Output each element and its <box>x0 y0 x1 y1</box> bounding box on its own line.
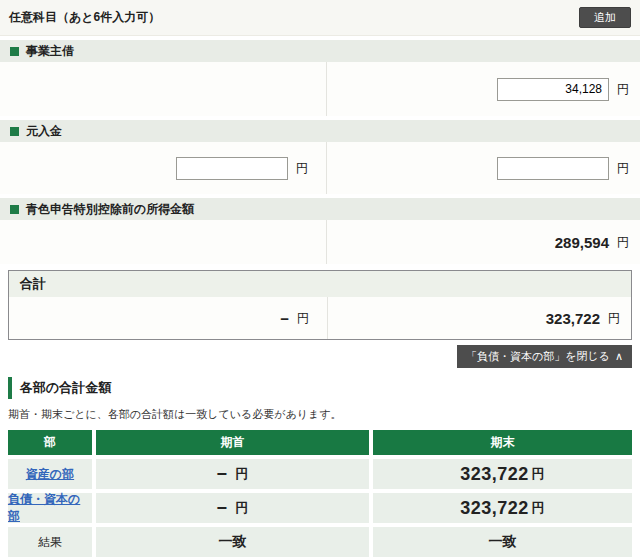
section-header: 青色申告特別控除前の所得金額 <box>0 198 640 220</box>
liabilities-beginning-cell: − 円 <box>96 493 369 523</box>
summary-description: 期首・期末ごとに、各部の合計額は一致している必要があります。 <box>8 407 632 422</box>
section-proprietor-loan: 事業主借 円 <box>0 40 640 116</box>
yen-unit-label: 円 <box>236 499 249 517</box>
close-liabilities-section-button[interactable]: 「負債・資本の部」を閉じる ∧ <box>457 345 632 368</box>
liabilities-ending-cell: 323,722 円 <box>373 493 632 523</box>
ending-cell: 円 <box>327 142 640 194</box>
total-beginning-cell: − 円 <box>9 297 328 339</box>
yen-unit-label: 円 <box>532 499 545 517</box>
column-header-beginning: 期首 <box>96 430 369 455</box>
ending-cell: 円 <box>327 62 640 116</box>
result-row-label: 結果 <box>38 534 62 551</box>
section-bullet-icon <box>10 205 19 214</box>
liabilities-ending-value: 323,722 <box>460 498 529 519</box>
result-beginning-status: 一致 <box>219 533 247 551</box>
yen-unit-label: 円 <box>617 234 629 251</box>
result-ending-status: 一致 <box>489 533 517 551</box>
income-before-deduction-value: 289,594 <box>555 234 609 251</box>
liabilities-section-link[interactable]: 負債・資本の部 <box>8 491 92 525</box>
ending-cell: 289,594 円 <box>327 220 640 264</box>
table-row-result-name-cell: 結果 <box>8 527 92 557</box>
chevron-up-icon: ∧ <box>615 350 623 363</box>
total-ending-value: 323,722 <box>546 310 600 327</box>
summary-table: 部 期首 期末 資産の部 − 円 323,722 円 負債・資本の部 − 円 3… <box>8 430 632 557</box>
result-beginning-cell: 一致 <box>96 527 369 557</box>
section-income-before-deduction: 青色申告特別控除前の所得金額 289,594 円 <box>0 198 640 264</box>
optional-items-title: 任意科目（あと6件入力可） <box>9 9 160 26</box>
yen-unit-label: 円 <box>296 160 308 177</box>
table-row-liabilities-name-cell: 負債・資本の部 <box>8 493 92 523</box>
total-box: 合計 − 円 323,722 円 <box>8 270 632 340</box>
section-header: 元入金 <box>0 120 640 142</box>
optional-items-header: 任意科目（あと6件入力可） 追加 <box>0 0 640 36</box>
section-label: 元入金 <box>26 123 62 140</box>
beginning-cell-empty <box>0 62 327 116</box>
assets-ending-cell: 323,722 円 <box>373 459 632 489</box>
yen-unit-label: 円 <box>297 310 309 327</box>
section-label: 事業主借 <box>26 43 74 60</box>
section-bullet-icon <box>10 47 19 56</box>
column-header-part: 部 <box>8 430 92 455</box>
section-bullet-icon <box>10 127 19 136</box>
table-row-assets-name-cell: 資産の部 <box>8 459 92 489</box>
proprietor-loan-ending-input[interactable] <box>497 78 609 101</box>
result-ending-cell: 一致 <box>373 527 632 557</box>
total-beginning-value: − <box>280 310 289 327</box>
section-header: 事業主借 <box>0 40 640 62</box>
yen-unit-label: 円 <box>236 465 249 483</box>
yen-unit-label: 円 <box>617 81 629 98</box>
total-label: 合計 <box>9 271 631 297</box>
assets-section-link[interactable]: 資産の部 <box>26 466 74 483</box>
total-ending-cell: 323,722 円 <box>328 297 631 339</box>
assets-ending-value: 323,722 <box>460 464 529 485</box>
beginning-cell-empty <box>0 220 327 264</box>
section-label: 青色申告特別控除前の所得金額 <box>26 201 194 218</box>
yen-unit-label: 円 <box>608 310 620 327</box>
beginning-cell: 円 <box>0 142 327 194</box>
yen-unit-label: 円 <box>617 160 629 177</box>
opening-capital-ending-input[interactable] <box>497 157 609 180</box>
liabilities-beginning-value: − <box>216 498 227 519</box>
column-header-ending: 期末 <box>373 430 632 455</box>
summary-heading: 各部の合計金額 <box>8 377 632 399</box>
section-opening-capital: 元入金 円 円 <box>0 120 640 194</box>
assets-beginning-value: − <box>216 464 227 485</box>
yen-unit-label: 円 <box>532 465 545 483</box>
opening-capital-beginning-input[interactable] <box>176 157 288 180</box>
close-liabilities-label: 「負債・資本の部」を閉じる <box>466 349 610 364</box>
assets-beginning-cell: − 円 <box>96 459 369 489</box>
add-button[interactable]: 追加 <box>579 7 631 28</box>
